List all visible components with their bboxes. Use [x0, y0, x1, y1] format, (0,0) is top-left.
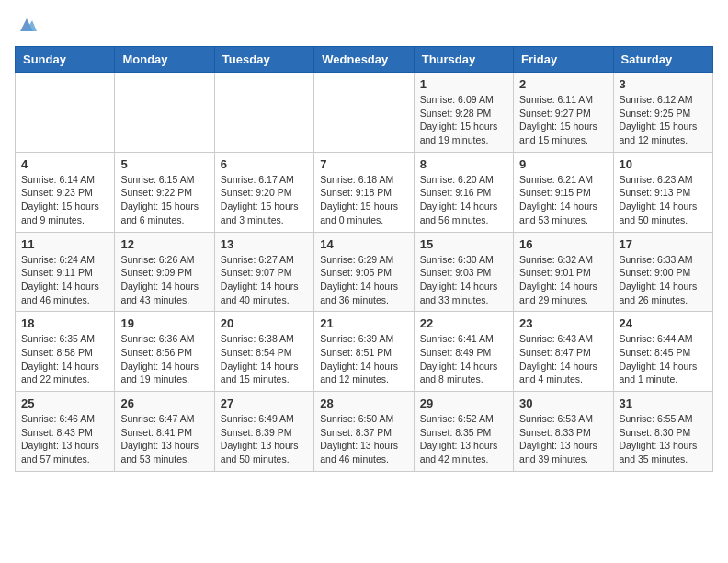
day-number: 31	[620, 396, 707, 410]
header	[15, 15, 713, 35]
day-number: 23	[519, 316, 607, 330]
day-cell: 6Sunrise: 6:17 AM Sunset: 9:20 PM Daylig…	[214, 152, 313, 232]
day-number: 4	[21, 157, 108, 171]
day-cell: 13Sunrise: 6:27 AM Sunset: 9:07 PM Dayli…	[214, 232, 313, 312]
day-cell: 19Sunrise: 6:36 AM Sunset: 8:56 PM Dayli…	[115, 312, 214, 392]
day-cell: 7Sunrise: 6:18 AM Sunset: 9:18 PM Daylig…	[314, 152, 414, 232]
day-number: 21	[320, 316, 407, 330]
day-cell: 18Sunrise: 6:35 AM Sunset: 8:58 PM Dayli…	[16, 312, 115, 392]
day-header-monday: Monday	[115, 47, 214, 73]
day-number: 24	[620, 316, 707, 330]
day-cell: 23Sunrise: 6:43 AM Sunset: 8:47 PM Dayli…	[514, 312, 613, 392]
day-info: Sunrise: 6:36 AM Sunset: 8:56 PM Dayligh…	[120, 332, 208, 386]
day-cell: 21Sunrise: 6:39 AM Sunset: 8:51 PM Dayli…	[314, 312, 414, 392]
day-cell: 9Sunrise: 6:21 AM Sunset: 9:15 PM Daylig…	[514, 152, 613, 232]
day-info: Sunrise: 6:23 AM Sunset: 9:13 PM Dayligh…	[620, 173, 707, 227]
week-row-3: 11Sunrise: 6:24 AM Sunset: 9:11 PM Dayli…	[16, 232, 713, 312]
day-number: 17	[620, 237, 707, 251]
day-header-friday: Friday	[514, 47, 613, 73]
day-cell: 10Sunrise: 6:23 AM Sunset: 9:13 PM Dayli…	[613, 152, 712, 232]
day-number: 29	[420, 396, 507, 410]
day-cell	[314, 73, 414, 153]
week-row-4: 18Sunrise: 6:35 AM Sunset: 8:58 PM Dayli…	[16, 312, 713, 392]
day-info: Sunrise: 6:11 AM Sunset: 9:27 PM Dayligh…	[519, 93, 607, 147]
day-number: 8	[420, 157, 507, 171]
day-number: 25	[21, 396, 108, 410]
day-info: Sunrise: 6:53 AM Sunset: 8:33 PM Dayligh…	[519, 412, 607, 466]
week-row-5: 25Sunrise: 6:46 AM Sunset: 8:43 PM Dayli…	[16, 392, 713, 472]
day-number: 2	[519, 77, 607, 91]
day-cell: 3Sunrise: 6:12 AM Sunset: 9:25 PM Daylig…	[613, 73, 712, 153]
day-cell: 17Sunrise: 6:33 AM Sunset: 9:00 PM Dayli…	[613, 232, 712, 312]
day-cell: 12Sunrise: 6:26 AM Sunset: 9:09 PM Dayli…	[115, 232, 214, 312]
day-header-saturday: Saturday	[613, 47, 712, 73]
day-info: Sunrise: 6:50 AM Sunset: 8:37 PM Dayligh…	[320, 412, 407, 466]
day-info: Sunrise: 6:17 AM Sunset: 9:20 PM Dayligh…	[221, 173, 308, 227]
day-number: 30	[519, 396, 607, 410]
day-cell: 31Sunrise: 6:55 AM Sunset: 8:30 PM Dayli…	[613, 392, 712, 472]
day-number: 12	[120, 237, 208, 251]
day-number: 20	[221, 316, 308, 330]
day-info: Sunrise: 6:09 AM Sunset: 9:28 PM Dayligh…	[420, 93, 507, 147]
day-number: 14	[320, 237, 407, 251]
day-info: Sunrise: 6:20 AM Sunset: 9:16 PM Dayligh…	[420, 173, 507, 227]
day-cell: 1Sunrise: 6:09 AM Sunset: 9:28 PM Daylig…	[414, 73, 513, 153]
day-info: Sunrise: 6:44 AM Sunset: 8:45 PM Dayligh…	[620, 332, 707, 386]
day-info: Sunrise: 6:49 AM Sunset: 8:39 PM Dayligh…	[221, 412, 308, 466]
day-cell	[115, 73, 214, 153]
day-cell: 28Sunrise: 6:50 AM Sunset: 8:37 PM Dayli…	[314, 392, 414, 472]
day-info: Sunrise: 6:14 AM Sunset: 9:23 PM Dayligh…	[21, 173, 108, 227]
day-cell: 20Sunrise: 6:38 AM Sunset: 8:54 PM Dayli…	[214, 312, 313, 392]
day-number: 27	[221, 396, 308, 410]
day-info: Sunrise: 6:24 AM Sunset: 9:11 PM Dayligh…	[21, 253, 108, 307]
day-info: Sunrise: 6:39 AM Sunset: 8:51 PM Dayligh…	[320, 332, 407, 386]
day-info: Sunrise: 6:18 AM Sunset: 9:18 PM Dayligh…	[320, 173, 407, 227]
day-cell: 15Sunrise: 6:30 AM Sunset: 9:03 PM Dayli…	[414, 232, 513, 312]
day-number: 7	[320, 157, 407, 171]
day-number: 18	[21, 316, 108, 330]
day-header-wednesday: Wednesday	[314, 47, 414, 73]
day-cell: 16Sunrise: 6:32 AM Sunset: 9:01 PM Dayli…	[514, 232, 613, 312]
day-info: Sunrise: 6:15 AM Sunset: 9:22 PM Dayligh…	[120, 173, 208, 227]
day-info: Sunrise: 6:27 AM Sunset: 9:07 PM Dayligh…	[221, 253, 308, 307]
day-cell: 11Sunrise: 6:24 AM Sunset: 9:11 PM Dayli…	[16, 232, 115, 312]
day-number: 3	[620, 77, 707, 91]
day-info: Sunrise: 6:26 AM Sunset: 9:09 PM Dayligh…	[120, 253, 208, 307]
day-info: Sunrise: 6:55 AM Sunset: 8:30 PM Dayligh…	[620, 412, 707, 466]
day-number: 5	[120, 157, 208, 171]
day-info: Sunrise: 6:29 AM Sunset: 9:05 PM Dayligh…	[320, 253, 407, 307]
day-info: Sunrise: 6:32 AM Sunset: 9:01 PM Dayligh…	[519, 253, 607, 307]
day-info: Sunrise: 6:21 AM Sunset: 9:15 PM Dayligh…	[519, 173, 607, 227]
day-cell: 27Sunrise: 6:49 AM Sunset: 8:39 PM Dayli…	[214, 392, 313, 472]
day-number: 19	[120, 316, 208, 330]
calendar-table: SundayMondayTuesdayWednesdayThursdayFrid…	[15, 46, 713, 472]
week-row-1: 1Sunrise: 6:09 AM Sunset: 9:28 PM Daylig…	[16, 73, 713, 153]
day-number: 10	[620, 157, 707, 171]
day-cell	[16, 73, 115, 153]
day-info: Sunrise: 6:33 AM Sunset: 9:00 PM Dayligh…	[620, 253, 707, 307]
day-cell: 24Sunrise: 6:44 AM Sunset: 8:45 PM Dayli…	[613, 312, 712, 392]
calendar-body: 1Sunrise: 6:09 AM Sunset: 9:28 PM Daylig…	[16, 73, 713, 472]
day-cell: 26Sunrise: 6:47 AM Sunset: 8:41 PM Dayli…	[115, 392, 214, 472]
day-info: Sunrise: 6:30 AM Sunset: 9:03 PM Dayligh…	[420, 253, 507, 307]
day-cell: 2Sunrise: 6:11 AM Sunset: 9:27 PM Daylig…	[514, 73, 613, 153]
day-info: Sunrise: 6:12 AM Sunset: 9:25 PM Dayligh…	[620, 93, 707, 147]
day-info: Sunrise: 6:41 AM Sunset: 8:49 PM Dayligh…	[420, 332, 507, 386]
day-info: Sunrise: 6:52 AM Sunset: 8:35 PM Dayligh…	[420, 412, 507, 466]
day-number: 22	[420, 316, 507, 330]
day-cell: 8Sunrise: 6:20 AM Sunset: 9:16 PM Daylig…	[414, 152, 513, 232]
day-cell: 29Sunrise: 6:52 AM Sunset: 8:35 PM Dayli…	[414, 392, 513, 472]
day-cell: 4Sunrise: 6:14 AM Sunset: 9:23 PM Daylig…	[16, 152, 115, 232]
day-cell: 30Sunrise: 6:53 AM Sunset: 8:33 PM Dayli…	[514, 392, 613, 472]
week-row-2: 4Sunrise: 6:14 AM Sunset: 9:23 PM Daylig…	[16, 152, 713, 232]
day-number: 13	[221, 237, 308, 251]
logo-icon	[17, 15, 37, 35]
day-header-tuesday: Tuesday	[214, 47, 313, 73]
calendar-header-row: SundayMondayTuesdayWednesdayThursdayFrid…	[16, 47, 713, 73]
day-number: 6	[221, 157, 308, 171]
day-header-thursday: Thursday	[414, 47, 513, 73]
day-number: 11	[21, 237, 108, 251]
day-info: Sunrise: 6:43 AM Sunset: 8:47 PM Dayligh…	[519, 332, 607, 386]
day-cell: 14Sunrise: 6:29 AM Sunset: 9:05 PM Dayli…	[314, 232, 414, 312]
day-cell: 5Sunrise: 6:15 AM Sunset: 9:22 PM Daylig…	[115, 152, 214, 232]
